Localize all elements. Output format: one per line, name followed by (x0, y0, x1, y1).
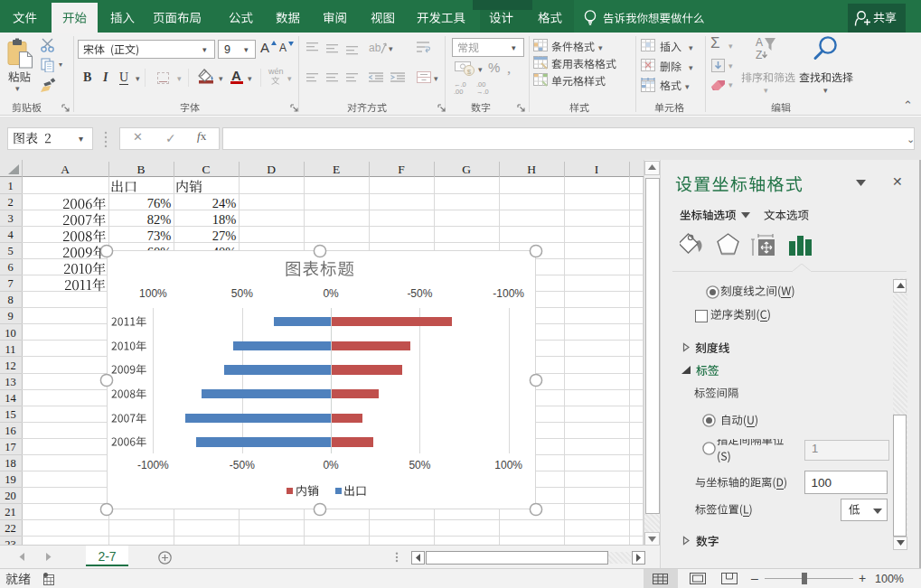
svg-text:A: A (756, 36, 763, 49)
svg-text:$: $ (467, 68, 472, 76)
svg-text:ab: ab (369, 42, 381, 54)
svg-text:Z: Z (756, 49, 762, 60)
